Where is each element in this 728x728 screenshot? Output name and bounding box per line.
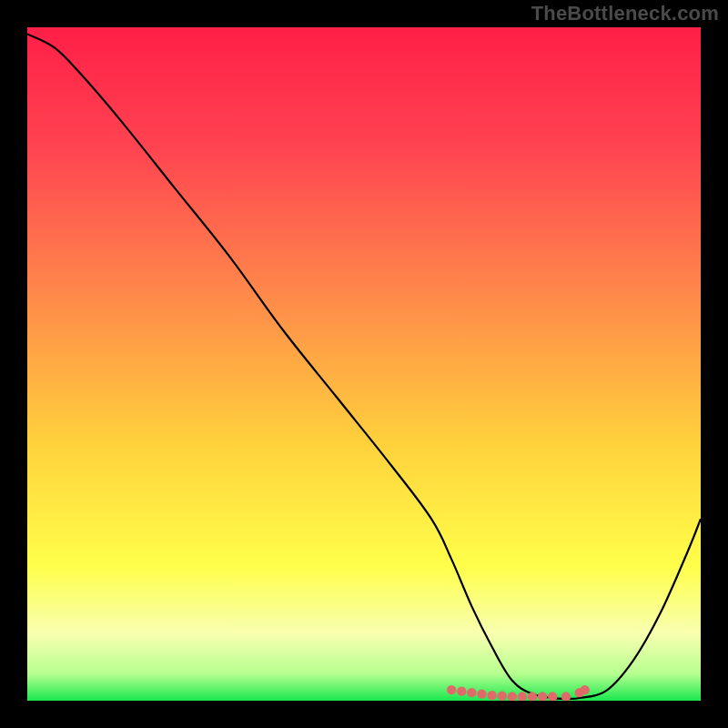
marker-dot [457,686,466,695]
marker-dot [447,685,456,694]
chart-frame: TheBottleneck.com [0,0,728,728]
marker-dot [498,692,507,701]
marker-dot [581,685,590,694]
watermark-text: TheBottleneck.com [531,2,719,25]
chart-svg [27,27,701,701]
marker-dot [477,689,486,698]
marker-dot [487,691,496,700]
marker-dot [467,688,476,697]
plot-area [27,27,701,701]
